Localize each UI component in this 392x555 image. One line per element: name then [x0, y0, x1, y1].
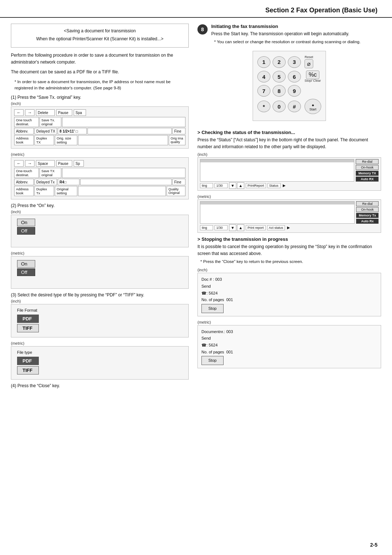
orig-ima-inch[interactable]: Orig Imaquality [169, 135, 185, 145]
key-6[interactable]: 6 [288, 71, 301, 82]
pause-btn-metric[interactable]: Pause [56, 160, 72, 167]
note-text-1: * In order to save a document for transm… [15, 79, 189, 92]
spa-btn-inch[interactable]: Spa [74, 109, 86, 116]
pdf-btn-inch[interactable]: PDF [17, 315, 39, 323]
start-arrow: ⬥ [311, 102, 314, 108]
redial-btn-metric[interactable]: Re-dial [356, 201, 379, 206]
key-9[interactable]: 9 [288, 85, 301, 97]
delayed-tx-inch[interactable]: Delayed TX [34, 128, 57, 134]
abbrev-metric[interactable]: Abbrev. [14, 179, 34, 185]
tiff-btn-inch[interactable]: TIFF [17, 324, 39, 332]
doc-num-inch: Doc # : 003 [201, 276, 377, 283]
print-report-metric[interactable]: Print report [246, 225, 266, 230]
inch-confirm-label: (inch) [197, 268, 381, 272]
redial-btn-inch[interactable]: Re-dial [356, 159, 379, 164]
body-text-2: The document can be saved as a PDF file … [11, 69, 189, 76]
fax-num-val-inch: : 5624 [207, 291, 218, 295]
print-report-inch[interactable]: PrintReport [246, 183, 266, 188]
nav-down-inch[interactable]: ▼ [229, 182, 236, 189]
fax-num-metric: ☎: 5624 [201, 342, 377, 349]
fine-metric[interactable]: Fine [172, 179, 185, 185]
empty-cell-4 [62, 168, 185, 178]
nav-up-inch[interactable]: ▲ [237, 182, 244, 189]
key-8[interactable]: 8 [273, 85, 286, 97]
onhook-btn-metric[interactable]: On-hook [356, 207, 379, 212]
start-btn[interactable]: ⬥ Start [305, 99, 321, 114]
page-cell-inch: 1/30 [215, 183, 228, 188]
stop-btn-metric[interactable]: Stop [201, 356, 224, 365]
pdf-btn-metric[interactable]: PDF [17, 357, 39, 365]
key-1[interactable]: 1 [257, 56, 270, 68]
on-btn-inch[interactable]: On [17, 219, 35, 226]
key-hash[interactable]: # [288, 101, 301, 112]
start-label: Start [309, 108, 316, 111]
panel-inch: ← → Delete Pause Spa One touchdestinat. … [11, 106, 189, 149]
arrow-right-inch[interactable]: → [25, 109, 34, 116]
key-7[interactable]: 7 [257, 85, 270, 97]
delete-btn-inch[interactable]: Delete [36, 109, 55, 116]
saving-title-line1: <Saving a document for transmission [16, 28, 183, 34]
page-cell-metric: 1/30 [215, 225, 228, 230]
on-btn-metric[interactable]: On [17, 260, 35, 268]
one-touch-inch[interactable]: One touchdestinat. [14, 117, 39, 127]
send-label-metric: Send [201, 335, 377, 342]
empty-cell-2 [87, 128, 172, 134]
pause-btn-inch[interactable]: Pause [56, 109, 72, 116]
key-star[interactable]: * [257, 101, 270, 112]
key-0[interactable]: 0 [273, 101, 286, 112]
onhook-btn-inch[interactable]: On-hook [356, 165, 379, 170]
auto-rx-btn-metric[interactable]: Auto Rx [356, 219, 379, 224]
address-book-metric[interactable]: Addressbook [14, 186, 34, 196]
section-title: Section 2 Fax Operation (Basic Use) [265, 7, 377, 14]
fine-inch[interactable]: Fine [172, 128, 185, 134]
save-tx-inch[interactable]: Save Tx.original [40, 117, 61, 127]
one-touch-metric[interactable]: One-touchdestinat. [14, 168, 39, 178]
empty-cell-6 [78, 186, 166, 196]
stop-clear-btn[interactable]: %c [306, 70, 319, 79]
arrow-right-metric[interactable]: → [25, 160, 34, 167]
body-text-1: Perform the following procedure in order… [11, 52, 189, 66]
memory-tx-btn-inch[interactable]: Memory TX [356, 171, 379, 176]
duplex-metric[interactable]: DuplexTx [34, 186, 54, 196]
quality-metric[interactable]: QualityOriginal [167, 186, 185, 196]
key-2[interactable]: 2 [273, 56, 286, 68]
right-column: 8 Initiating the fax transmission Press … [197, 24, 381, 390]
memory-tx-btn-metric[interactable]: Memory Tx [356, 213, 379, 218]
off-btn-inch[interactable]: Off [17, 227, 35, 235]
stop-btn-inch[interactable]: Stop [201, 304, 224, 313]
abbrev-inch[interactable]: Abbrev. [14, 128, 34, 134]
act-status-metric[interactable]: Act status [267, 225, 285, 230]
on-off-inch: On Off [11, 215, 189, 247]
reset-btn[interactable]: ⌀ [305, 59, 313, 68]
sp-btn-metric[interactable]: Sp [74, 160, 84, 167]
nav-up-metric[interactable]: ▲ [237, 224, 244, 231]
save-tx-metric[interactable]: Save TXoriginal [40, 168, 61, 178]
key-4[interactable]: 4 [257, 71, 270, 82]
orig-size-inch[interactable]: Orig. sizesetting [55, 135, 77, 145]
arrow-left-metric[interactable]: ← [14, 160, 24, 167]
page-header: Section 2 Fax Operation (Basic Use) [0, 0, 392, 18]
checking-title: > Checking the status of the transmissio… [197, 130, 381, 135]
status-display-metric [200, 201, 355, 224]
tiff-btn-metric[interactable]: TIFF [17, 366, 39, 374]
duplex-inch[interactable]: DuplexTX [34, 135, 54, 145]
key-3[interactable]: 3 [288, 56, 301, 68]
step8-section: 8 Initiating the fax transmission Press … [197, 24, 381, 45]
key-5[interactable]: 5 [273, 71, 286, 82]
auto-rx-btn-inch[interactable]: Auto RX [356, 177, 379, 182]
nav-down-metric[interactable]: ▼ [229, 224, 236, 231]
off-btn-metric[interactable]: Off [17, 268, 35, 276]
status-btn-inch[interactable]: Status [268, 183, 281, 188]
arrow-left-inch[interactable]: ← [14, 109, 24, 116]
panel-metric: ← → Space Pause Sp One-touchdestinat. Sa… [11, 157, 189, 199]
space-btn-metric[interactable]: Space [36, 160, 55, 167]
orig-setting-metric[interactable]: Originalsetting [55, 186, 77, 196]
pages-val-metric: 001 [226, 350, 233, 354]
address-book-inch[interactable]: Addressbook [14, 135, 34, 145]
file-format-title-metric: File type [17, 350, 183, 355]
step8-note: * You can select or change the resolutio… [214, 39, 381, 45]
doc-num-metric: Documentnr.: 003 [201, 328, 377, 335]
delayed-tx-metric[interactable]: Delayed Tx [34, 179, 57, 185]
ting-cell-inch: ting [200, 183, 213, 188]
step3-label: (3) Select the desired type of file by p… [11, 292, 189, 297]
